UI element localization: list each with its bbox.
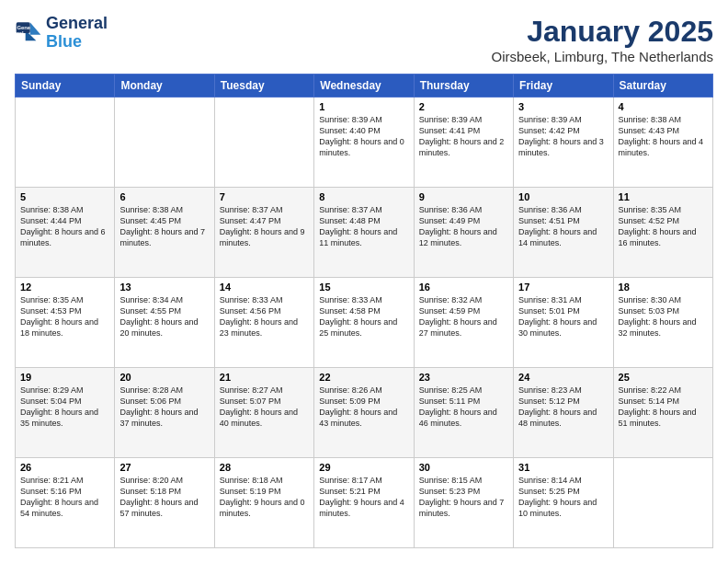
cell-content: Sunset: 4:51 PM — [518, 215, 608, 226]
calendar-cell — [214, 98, 313, 188]
cell-content: Sunrise: 8:29 AM — [20, 385, 109, 396]
cell-content: Sunset: 5:19 PM — [220, 486, 309, 497]
header-saturday: Saturday — [613, 75, 712, 98]
calendar-cell: 4Sunrise: 8:38 AMSunset: 4:43 PMDaylight… — [613, 98, 712, 188]
cell-content: Sunset: 5:01 PM — [518, 305, 608, 316]
cell-content: Sunrise: 8:37 AM — [319, 204, 408, 215]
day-number: 12 — [20, 282, 109, 293]
cell-content: Daylight: 8 hours and 27 minutes. — [419, 316, 508, 339]
calendar-cell: 7Sunrise: 8:37 AMSunset: 4:47 PMDaylight… — [214, 188, 313, 278]
cell-content: Daylight: 9 hours and 4 minutes. — [319, 497, 408, 519]
cell-content: Sunrise: 8:35 AM — [619, 204, 708, 215]
cell-content: Daylight: 8 hours and 43 minutes. — [319, 407, 408, 429]
cell-content: Sunrise: 8:28 AM — [119, 385, 209, 396]
calendar-header-row: Sunday Monday Tuesday Wednesday Thursday… — [16, 75, 713, 98]
cell-content: Sunset: 5:09 PM — [319, 396, 408, 407]
header-monday: Monday — [115, 75, 214, 98]
calendar-cell: 31Sunrise: 8:14 AMSunset: 5:25 PMDayligh… — [514, 458, 613, 548]
cell-content: Daylight: 8 hours and 18 minutes. — [20, 316, 109, 339]
cell-content: Daylight: 8 hours and 6 minutes. — [20, 226, 109, 248]
cell-content: Daylight: 8 hours and 16 minutes. — [619, 226, 708, 248]
cell-content: Sunrise: 8:21 AM — [20, 475, 109, 486]
cell-content: Daylight: 8 hours and 12 minutes. — [419, 226, 508, 248]
svg-text:ral: ral — [17, 29, 25, 35]
cell-content: Sunset: 5:25 PM — [518, 486, 608, 497]
calendar-cell: 16Sunrise: 8:32 AMSunset: 4:59 PMDayligh… — [414, 278, 513, 368]
cell-content: Daylight: 8 hours and 37 minutes. — [119, 407, 209, 429]
calendar-cell: 30Sunrise: 8:15 AMSunset: 5:23 PMDayligh… — [414, 458, 513, 548]
cell-content: Sunset: 4:56 PM — [220, 305, 309, 316]
calendar-cell: 5Sunrise: 8:38 AMSunset: 4:44 PMDaylight… — [16, 188, 115, 278]
calendar-cell: 25Sunrise: 8:22 AMSunset: 5:14 PMDayligh… — [613, 368, 712, 458]
calendar-cell: 26Sunrise: 8:21 AMSunset: 5:16 PMDayligh… — [16, 458, 115, 548]
cell-content: Sunrise: 8:33 AM — [220, 294, 309, 305]
day-number: 29 — [319, 462, 408, 473]
calendar-cell: 3Sunrise: 8:39 AMSunset: 4:42 PMDaylight… — [514, 98, 613, 188]
day-number: 4 — [619, 101, 708, 112]
cell-content: Daylight: 8 hours and 54 minutes. — [20, 497, 109, 519]
cell-content: Daylight: 9 hours and 10 minutes. — [518, 497, 608, 519]
location: Oirsbeek, Limburg, The Netherlands — [491, 49, 713, 64]
cell-content: Sunrise: 8:25 AM — [419, 385, 508, 396]
cell-content: Daylight: 8 hours and 11 minutes. — [319, 226, 408, 248]
header-sunday: Sunday — [16, 75, 115, 98]
calendar-cell: 9Sunrise: 8:36 AMSunset: 4:49 PMDaylight… — [414, 188, 513, 278]
cell-content: Sunset: 5:06 PM — [119, 396, 209, 407]
cell-content: Sunset: 5:07 PM — [220, 396, 309, 407]
cell-content: Sunset: 4:44 PM — [20, 215, 109, 226]
calendar-cell — [613, 458, 712, 548]
cell-content: Sunset: 5:14 PM — [619, 396, 708, 407]
calendar-cell: 6Sunrise: 8:38 AMSunset: 4:45 PMDaylight… — [115, 188, 214, 278]
day-number: 23 — [419, 372, 508, 383]
cell-content: Sunrise: 8:27 AM — [220, 385, 309, 396]
cell-content: Daylight: 8 hours and 35 minutes. — [20, 407, 109, 429]
cell-content: Daylight: 8 hours and 23 minutes. — [220, 316, 309, 339]
day-number: 14 — [220, 282, 309, 293]
cell-content: Sunrise: 8:39 AM — [319, 114, 408, 125]
cell-content: Sunrise: 8:36 AM — [518, 204, 608, 215]
cell-content: Sunset: 4:58 PM — [319, 305, 408, 316]
cell-content: Sunset: 4:40 PM — [319, 125, 408, 136]
header-friday: Friday — [514, 75, 613, 98]
cell-content: Sunset: 4:45 PM — [119, 215, 209, 226]
calendar-cell: 15Sunrise: 8:33 AMSunset: 4:58 PMDayligh… — [314, 278, 414, 368]
header-tuesday: Tuesday — [214, 75, 313, 98]
day-number: 10 — [518, 191, 608, 202]
cell-content: Sunset: 4:42 PM — [518, 125, 608, 136]
calendar-cell: 10Sunrise: 8:36 AMSunset: 4:51 PMDayligh… — [514, 188, 613, 278]
calendar-cell: 22Sunrise: 8:26 AMSunset: 5:09 PMDayligh… — [314, 368, 414, 458]
day-number: 11 — [619, 191, 708, 202]
cell-content: Sunrise: 8:37 AM — [220, 204, 309, 215]
day-number: 21 — [220, 372, 309, 383]
calendar-cell: 18Sunrise: 8:30 AMSunset: 5:03 PMDayligh… — [613, 278, 712, 368]
cell-content: Sunset: 5:18 PM — [119, 486, 209, 497]
cell-content: Sunrise: 8:15 AM — [419, 475, 508, 486]
cell-content: Daylight: 8 hours and 25 minutes. — [319, 316, 408, 339]
cell-content: Sunset: 4:52 PM — [619, 215, 708, 226]
day-number: 22 — [319, 372, 408, 383]
cell-content: Sunset: 4:55 PM — [119, 305, 209, 316]
day-number: 8 — [319, 191, 408, 202]
day-number: 15 — [319, 282, 408, 293]
day-number: 25 — [619, 372, 708, 383]
day-number: 30 — [419, 462, 508, 473]
cell-content: Daylight: 8 hours and 57 minutes. — [119, 497, 209, 519]
cell-content: Sunset: 5:23 PM — [419, 486, 508, 497]
cell-content: Sunset: 4:53 PM — [20, 305, 109, 316]
cell-content: Sunrise: 8:22 AM — [619, 385, 708, 396]
header-thursday: Thursday — [414, 75, 513, 98]
calendar-cell: 12Sunrise: 8:35 AMSunset: 4:53 PMDayligh… — [16, 278, 115, 368]
cell-content: Sunrise: 8:32 AM — [419, 294, 508, 305]
cell-content: Sunrise: 8:14 AM — [518, 475, 608, 486]
cell-content: Sunset: 5:11 PM — [419, 396, 508, 407]
logo-line2: Blue — [46, 33, 108, 52]
calendar-cell: 1Sunrise: 8:39 AMSunset: 4:40 PMDaylight… — [314, 98, 414, 188]
day-number: 9 — [419, 191, 508, 202]
cell-content: Sunrise: 8:31 AM — [518, 294, 608, 305]
cell-content: Sunrise: 8:38 AM — [619, 114, 708, 125]
cell-content: Sunset: 5:16 PM — [20, 486, 109, 497]
cell-content: Daylight: 8 hours and 3 minutes. — [518, 136, 608, 158]
day-number: 31 — [518, 462, 608, 473]
cell-content: Sunrise: 8:35 AM — [20, 294, 109, 305]
cell-content: Sunset: 4:43 PM — [619, 125, 708, 136]
